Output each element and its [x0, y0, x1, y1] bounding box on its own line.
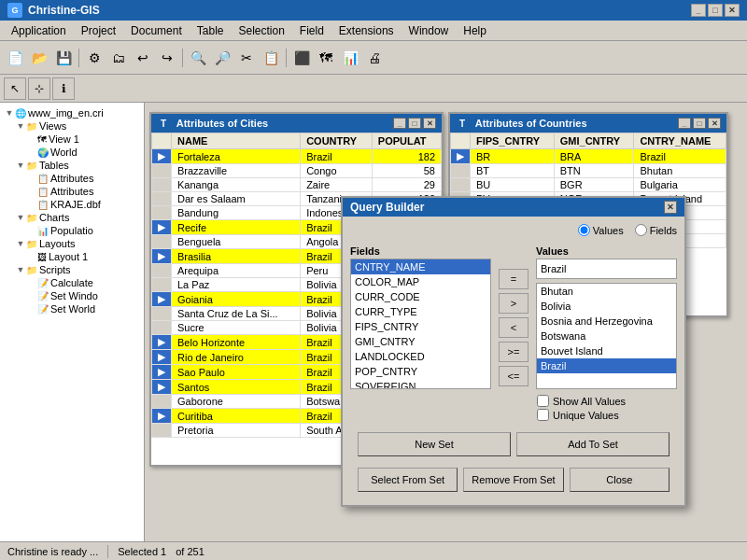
toolbar-btn-12[interactable]: ⬛ [290, 47, 313, 69]
menu-document[interactable]: Document [123, 22, 190, 39]
values-radio-label[interactable]: Values [578, 224, 624, 236]
tree-popul[interactable]: 📊 Populatio [4, 224, 140, 237]
tree-layouts-expand[interactable]: ▼ [15, 239, 26, 248]
tree-layouts[interactable]: ▼ 📁 Layouts [4, 237, 140, 250]
tree-scripts[interactable]: ▼ 📁 Scripts [4, 263, 140, 276]
fields-list[interactable]: CNTRY_NAMECOLOR_MAPCURR_CODECURR_TYPEFIP… [350, 259, 491, 389]
tree-kraje[interactable]: 📋 KRAJE.dbf [4, 198, 140, 211]
op-lt-btn[interactable]: < [499, 317, 529, 338]
value-item[interactable]: Botswana [537, 329, 676, 343]
tree-tables[interactable]: ▼ 📁 Tables [4, 159, 140, 172]
values-list[interactable]: BhutanBoliviaBosnia and HerzegovinaBotsw… [536, 283, 677, 389]
toolbar-btn-9[interactable]: 🔎 [211, 47, 233, 69]
toolbar-btn-5[interactable]: 🗂 [107, 47, 130, 69]
country-gmi: BRA [554, 149, 634, 164]
tree-charts[interactable]: ▼ 📁 Charts [4, 211, 140, 224]
unique-values-checkbox[interactable] [537, 409, 549, 421]
countries-table-row[interactable]: ▶ BR BRA Brazil [451, 149, 726, 164]
tree-layout1[interactable]: 🖼 Layout 1 [4, 250, 140, 263]
toolbar-btn-7[interactable]: ↪ [156, 47, 178, 69]
close-btn[interactable]: ✕ [725, 4, 740, 17]
field-item[interactable]: LANDLOCKED [351, 349, 490, 364]
value-item[interactable]: Bolivia [537, 299, 676, 314]
countries-minimize-btn[interactable]: _ [678, 118, 691, 129]
toolbar-btn-11[interactable]: 📋 [260, 47, 282, 69]
maximize-btn[interactable]: □ [708, 4, 723, 17]
remove-from-set-btn[interactable]: Remove From Set [463, 468, 563, 492]
menu-project[interactable]: Project [74, 22, 123, 39]
close-btn[interactable]: Close [570, 468, 669, 492]
add-to-set-btn[interactable]: Add To Set [516, 432, 669, 456]
countries-table-row[interactable]: BT BTN Bhutan [451, 164, 726, 178]
cities-maximize-btn[interactable]: □ [408, 118, 421, 129]
tree-scripts-expand[interactable]: ▼ [15, 265, 26, 274]
field-item[interactable]: SOVEREIGN [351, 379, 490, 389]
cursor-tool[interactable]: ↖ [4, 77, 26, 100]
fields-radio[interactable] [635, 224, 647, 236]
cities-table-row[interactable]: ▶ Fortaleza Brazil 182 [152, 149, 442, 164]
toolbar-btn-8[interactable]: 🔍 [187, 47, 209, 69]
cities-table-row[interactable]: Kananga Zaire 29 [152, 178, 442, 192]
menu-window[interactable]: Window [402, 22, 457, 39]
show-all-values-checkbox[interactable] [537, 395, 549, 407]
op-equals-btn[interactable]: = [499, 269, 529, 289]
value-item[interactable]: Brazil [537, 358, 676, 373]
tree-expand-root[interactable]: ▼ [4, 108, 15, 118]
select-from-set-btn[interactable]: Select From Set [358, 468, 458, 492]
menu-help[interactable]: Help [456, 22, 494, 39]
toolbar-btn-1[interactable]: 📄 [4, 47, 26, 69]
value-input[interactable] [536, 259, 677, 279]
cities-minimize-btn[interactable]: _ [393, 118, 406, 129]
op-gte-btn[interactable]: >= [499, 342, 529, 362]
tree-expand-views[interactable]: ▼ [15, 121, 26, 131]
tree-attr2[interactable]: 📋 Attributes [4, 185, 140, 198]
value-item[interactable]: Bouvet Island [537, 343, 676, 358]
cities-close-btn[interactable]: ✕ [423, 118, 436, 129]
menu-extensions[interactable]: Extensions [331, 22, 402, 39]
field-item[interactable]: CNTRY_NAME [351, 259, 490, 274]
toolbar-btn-14[interactable]: 📊 [339, 47, 361, 69]
toolbar-btn-4[interactable]: ⚙ [83, 47, 106, 69]
tree-view1[interactable]: 🗺 View 1 [4, 133, 140, 146]
tree-setwindo[interactable]: 📝 Set Windo [4, 289, 140, 302]
countries-table-row[interactable]: BU BGR Bulgaria [451, 178, 726, 192]
toolbar-btn-6[interactable]: ↩ [132, 47, 154, 69]
new-set-btn[interactable]: New Set [358, 432, 511, 456]
minimize-btn[interactable]: _ [691, 4, 706, 17]
query-builder-close-btn[interactable]: ✕ [664, 201, 677, 214]
countries-close-btn[interactable]: ✕ [708, 118, 721, 129]
tree-views[interactable]: ▼ 📁 Views [4, 119, 140, 133]
field-item[interactable]: POP_CNTRY [351, 364, 490, 379]
menu-application[interactable]: Application [4, 22, 74, 39]
tree-attr1[interactable]: 📋 Attributes [4, 172, 140, 185]
field-item[interactable]: GMI_CNTRY [351, 334, 490, 349]
value-item[interactable]: Bosnia and Herzegovina [537, 314, 676, 329]
fields-radio-label[interactable]: Fields [635, 224, 677, 236]
cities-table-row[interactable]: Brazzaville Congo 58 [152, 164, 442, 178]
countries-maximize-btn[interactable]: □ [693, 118, 706, 129]
toolbar-btn-13[interactable]: 🗺 [315, 47, 337, 69]
toolbar-btn-15[interactable]: 🖨 [363, 47, 386, 69]
toolbar-btn-2[interactable]: 📂 [28, 47, 50, 69]
menu-field[interactable]: Field [292, 22, 331, 39]
tree-calc[interactable]: 📝 Calculate [4, 276, 140, 289]
op-gt-btn[interactable]: > [499, 293, 529, 314]
tree-root[interactable]: ▼ 🌐 www_img_en.cri [4, 106, 140, 119]
tree-tables-expand[interactable]: ▼ [15, 161, 26, 170]
tree-world[interactable]: 🌍 World [4, 146, 140, 159]
tree-charts-expand[interactable]: ▼ [15, 213, 26, 222]
field-item[interactable]: FIPS_CNTRY [351, 319, 490, 334]
toolbar-btn-10[interactable]: ✂ [235, 47, 258, 69]
field-item[interactable]: COLOR_MAP [351, 274, 490, 289]
field-item[interactable]: CURR_CODE [351, 289, 490, 304]
menu-selection[interactable]: Selection [231, 22, 291, 39]
value-item[interactable]: Bhutan [537, 284, 676, 299]
op-lte-btn[interactable]: <= [499, 366, 529, 386]
tree-setworld[interactable]: 📝 Set World [4, 302, 140, 315]
field-item[interactable]: CURR_TYPE [351, 304, 490, 319]
menu-table[interactable]: Table [190, 22, 232, 39]
info-tool[interactable]: ℹ [52, 77, 75, 100]
toolbar-btn-3[interactable]: 💾 [52, 47, 75, 69]
values-radio[interactable] [578, 224, 590, 236]
select-tool[interactable]: ⊹ [28, 77, 50, 100]
